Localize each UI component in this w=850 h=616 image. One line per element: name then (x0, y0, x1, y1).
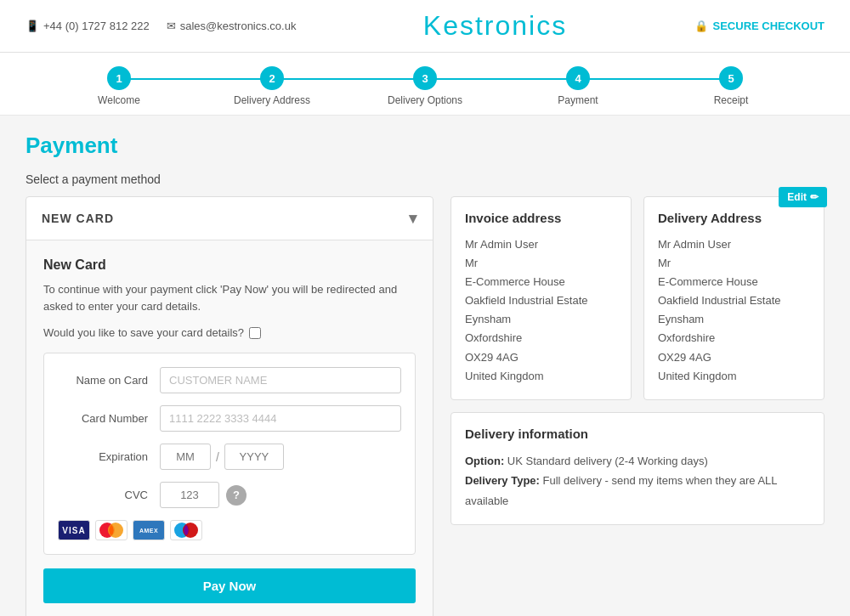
invoice-address-lines: Mr Admin User Mr E-Commerce House Oakfie… (465, 235, 617, 386)
delivery-line-8: United Kingdom (658, 367, 810, 386)
invoice-line-5: Eynsham (465, 310, 617, 329)
delivery-option-label: Option: (465, 455, 504, 467)
payment-method-label: Select a payment method (26, 172, 824, 186)
invoice-address-title: Invoice address (465, 211, 617, 225)
step-circle-5: 5 (719, 66, 743, 90)
save-card-label: Would you like to save your card details… (43, 326, 244, 339)
step-receipt[interactable]: 5 Receipt (654, 66, 808, 106)
step-delivery-address[interactable]: 2 Delivery Address (196, 66, 348, 106)
name-on-card-label: Name on Card (58, 374, 160, 387)
delivery-line-5: Eynsham (658, 310, 810, 329)
delivery-option-value: UK Standard delivery (2-4 Working days) (507, 455, 708, 467)
invoice-line-6: Oxfordshire (465, 329, 617, 348)
delivery-info-card: Delivery information Option: UK Standard… (450, 412, 824, 525)
card-title: New Card (43, 257, 416, 273)
step-circle-1: 1 (107, 66, 131, 90)
delivery-line-2: Mr (658, 254, 810, 273)
email-icon: ✉ (167, 20, 176, 32)
dropdown-arrow-icon: ▾ (409, 209, 417, 228)
left-panel: NEW CARD ▾ New Card To continue with you… (26, 196, 434, 616)
step-label-receipt: Receipt (714, 94, 749, 106)
delivery-type-label: Delivery Type: (465, 474, 540, 487)
delivery-address-title: Delivery Address (658, 211, 810, 225)
edit-address-button[interactable]: Edit ✏ (779, 187, 827, 207)
card-icons: VISA AMEX (58, 520, 401, 540)
save-card-checkbox[interactable] (249, 327, 261, 339)
step-circle-2: 2 (260, 66, 284, 90)
cvc-input[interactable] (160, 482, 219, 508)
logo: Kestronics (423, 10, 567, 42)
secure-checkout: 🔒 SECURE CHECKOUT (694, 20, 824, 32)
card-body: New Card To continue with your payment c… (26, 240, 433, 616)
delivery-type-line: Delivery Type: Full delivery - send my i… (465, 471, 810, 511)
expiry-separator: / (216, 450, 219, 464)
expiry-label: Expiration (58, 450, 160, 463)
step-delivery-options[interactable]: 3 Delivery Options (348, 66, 502, 106)
cvc-label: CVC (58, 489, 160, 501)
delivery-line-1: Mr Admin User (658, 235, 810, 254)
new-card-header[interactable]: NEW CARD ▾ (26, 197, 433, 240)
contact-info: 📱 +44 (0) 1727 812 222 ✉ sales@kestronic… (26, 20, 296, 32)
stepper-inner: 1 Welcome 2 Delivery Address 3 Delivery … (42, 66, 808, 106)
page-title: Payment (26, 133, 824, 159)
step-label-payment: Payment (558, 94, 598, 106)
expiry-mm-input[interactable] (160, 444, 211, 470)
maestro-icon (170, 520, 202, 540)
name-on-card-input[interactable] (160, 367, 401, 393)
expiry-yyyy-input[interactable] (224, 444, 284, 470)
invoice-line-3: E-Commerce House (465, 273, 617, 291)
cvc-row: CVC ? (58, 482, 401, 508)
delivery-line-3: E-Commerce House (658, 273, 810, 291)
pencil-icon: ✏ (810, 191, 819, 203)
card-number-row: Card Number (58, 405, 401, 432)
edit-label: Edit (787, 191, 807, 203)
card-description: To continue with your payment click 'Pay… (43, 281, 416, 314)
page-content: Payment Select a payment method NEW CARD… (0, 116, 850, 616)
email-info: ✉ sales@kestronics.co.uk (167, 20, 297, 32)
step-label-delivery-address: Delivery Address (234, 94, 310, 106)
phone-icon: 📱 (26, 20, 39, 32)
expiry-row: Expiration / (58, 444, 401, 470)
mastercard-icon (95, 520, 128, 540)
card-number-input[interactable] (160, 405, 401, 432)
delivery-line-4: Oakfield Industrial Estate (658, 291, 810, 310)
card-number-label: Card Number (58, 412, 160, 425)
new-card-label: NEW CARD (42, 212, 114, 225)
visa-icon: VISA (58, 520, 90, 540)
invoice-line-7: OX29 4AG (465, 348, 617, 367)
cvc-help-button[interactable]: ? (226, 485, 246, 506)
step-payment[interactable]: 4 Payment (502, 66, 654, 106)
email-address: sales@kestronics.co.uk (180, 20, 297, 32)
address-row: Invoice address Mr Admin User Mr E-Comme… (450, 196, 824, 400)
payment-selector: NEW CARD ▾ New Card To continue with you… (26, 196, 434, 616)
right-panel: Invoice address Mr Admin User Mr E-Comme… (450, 196, 824, 525)
stepper: 1 Welcome 2 Delivery Address 3 Delivery … (0, 53, 850, 116)
name-on-card-row: Name on Card (58, 367, 401, 393)
step-welcome[interactable]: 1 Welcome (42, 66, 196, 106)
header: 📱 +44 (0) 1727 812 222 ✉ sales@kestronic… (0, 0, 850, 53)
delivery-address-lines: Mr Admin User Mr E-Commerce House Oakfie… (658, 235, 810, 386)
step-label-delivery-options: Delivery Options (388, 94, 462, 106)
step-label-welcome: Welcome (98, 94, 140, 106)
save-card-row: Would you like to save your card details… (43, 326, 416, 339)
main-layout: NEW CARD ▾ New Card To continue with you… (26, 196, 824, 616)
phone-number: +44 (0) 1727 812 222 (43, 20, 150, 32)
delivery-line-7: OX29 4AG (658, 348, 810, 367)
invoice-line-8: United Kingdom (465, 367, 617, 386)
step-circle-3: 3 (413, 66, 437, 90)
pay-now-row: Pay Now (43, 568, 416, 603)
invoice-line-1: Mr Admin User (465, 235, 617, 254)
step-circle-4: 4 (566, 66, 590, 90)
pay-now-button[interactable]: Pay Now (43, 568, 416, 603)
lock-icon: 🔒 (694, 20, 708, 32)
secure-checkout-label: SECURE CHECKOUT (713, 20, 824, 32)
delivery-line-6: Oxfordshire (658, 329, 810, 348)
delivery-info-title: Delivery information (465, 427, 810, 441)
invoice-line-2: Mr (465, 254, 617, 273)
delivery-address-card: Edit ✏ Delivery Address Mr Admin User Mr… (643, 196, 824, 400)
invoice-address-card: Invoice address Mr Admin User Mr E-Comme… (450, 196, 632, 400)
cvc-inputs: ? (160, 482, 246, 508)
phone-info: 📱 +44 (0) 1727 812 222 (26, 20, 150, 32)
delivery-option-line: Option: UK Standard delivery (2-4 Workin… (465, 451, 810, 471)
invoice-line-4: Oakfield Industrial Estate (465, 291, 617, 310)
